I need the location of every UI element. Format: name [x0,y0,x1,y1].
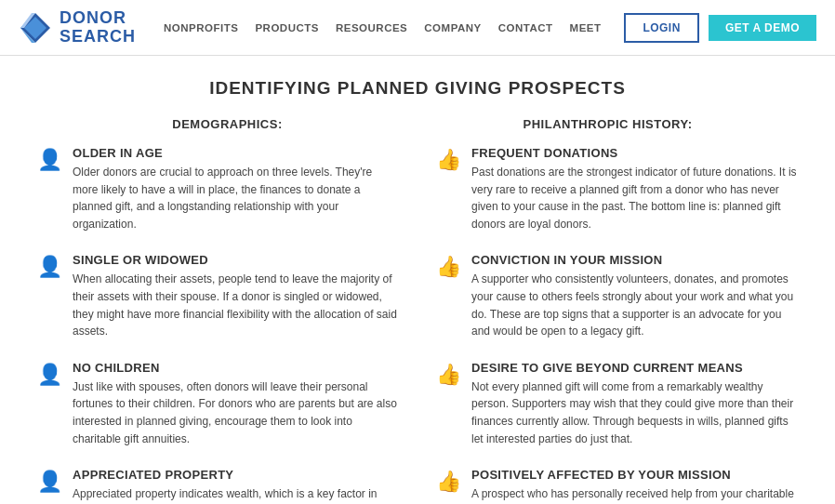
logo[interactable]: DONOR SEARCH [19,9,136,46]
nav-actions: LOGIN GET A DEMO [624,13,816,43]
item-conviction: 👍 CONVICTION IN YOUR MISSION A supporter… [436,253,798,339]
person-icon-4: 👤 [37,470,61,494]
demographics-col: 👤 OLDER IN AGE Older donors are crucial … [37,146,399,504]
item-title-4: APPRECIATED PROPERTY [73,468,399,482]
item-desc-6: A supporter who consistently volunteers,… [471,271,798,339]
item-title-3: NO CHILDREN [73,361,399,375]
nav-links: NONPROFITS PRODUCTS RESOURCES COMPANY CO… [164,22,624,33]
thumbsup-icon-2: 👍 [436,255,460,279]
nav-company[interactable]: COMPANY [424,22,481,33]
item-desc-1: Older donors are crucial to approach on … [73,164,399,232]
page-title: IDENTIFYING PLANNED GIVING PROSPECTS [37,78,798,99]
logo-icon [19,11,52,45]
two-col-content: 👤 OLDER IN AGE Older donors are crucial … [37,146,798,504]
item-older-in-age: 👤 OLDER IN AGE Older donors are crucial … [37,146,399,232]
item-desc-7: Not every planned gift will come from a … [471,378,798,447]
item-title-5: FREQUENT DONATIONS [471,146,798,160]
col2-header: PHILANTHROPIC HISTORY: [418,117,798,131]
item-title-2: SINGLE OR WIDOWED [73,253,399,267]
item-title-7: DESIRE TO GIVE BEYOND CURRENT MEANS [471,361,798,375]
item-title-8: POSITIVELY AFFECTED BY YOUR MISSION [471,468,798,482]
logo-text: DONOR SEARCH [60,9,136,46]
person-icon-2: 👤 [37,255,61,279]
thumbsup-icon-3: 👍 [436,363,460,387]
item-desc-5: Past donations are the strongest indicat… [471,164,798,232]
item-appreciated-property: 👤 APPRECIATED PROPERTY Appreciated prope… [37,468,399,504]
thumbsup-icon-4: 👍 [436,470,460,494]
item-desc-8: A prospect who has personally received h… [471,485,798,504]
nav-contact[interactable]: CONTACT [498,22,553,33]
thumbsup-icon-1: 👍 [436,148,460,172]
col1-header: DEMOGRAPHICS: [37,117,418,131]
item-title-1: OLDER IN AGE [73,146,399,160]
person-icon-1: 👤 [37,148,61,172]
nav-products[interactable]: PRODUCTS [255,22,319,33]
philanthropic-col: 👍 FREQUENT DONATIONS Past donations are … [436,146,798,504]
login-button[interactable]: LOGIN [624,13,699,43]
item-desire: 👍 DESIRE TO GIVE BEYOND CURRENT MEANS No… [436,361,798,447]
person-icon-3: 👤 [37,363,61,387]
item-title-6: CONVICTION IN YOUR MISSION [471,253,798,267]
nav-nonprofits[interactable]: NONPROFITS [164,22,238,33]
nav-meet[interactable]: MEET [570,22,602,33]
item-no-children: 👤 NO CHILDREN Just like with spouses, of… [37,361,399,447]
demo-button[interactable]: GET A DEMO [709,15,816,41]
column-headers: DEMOGRAPHICS: PHILANTHROPIC HISTORY: [37,117,798,131]
item-frequent-donations: 👍 FREQUENT DONATIONS Past donations are … [436,146,798,232]
main-content: IDENTIFYING PLANNED GIVING PROSPECTS DEM… [0,56,835,504]
navbar: DONOR SEARCH NONPROFITS PRODUCTS RESOURC… [0,0,835,56]
item-desc-3: Just like with spouses, often donors wil… [73,378,399,447]
nav-resources[interactable]: RESOURCES [336,22,407,33]
item-desc-4: Appreciated property indicates wealth, w… [73,485,399,504]
item-positively-affected: 👍 POSITIVELY AFFECTED BY YOUR MISSION A … [436,468,798,504]
item-desc-2: When allocating their assets, people ten… [73,271,399,339]
item-single-or-widowed: 👤 SINGLE OR WIDOWED When allocating thei… [37,253,399,339]
